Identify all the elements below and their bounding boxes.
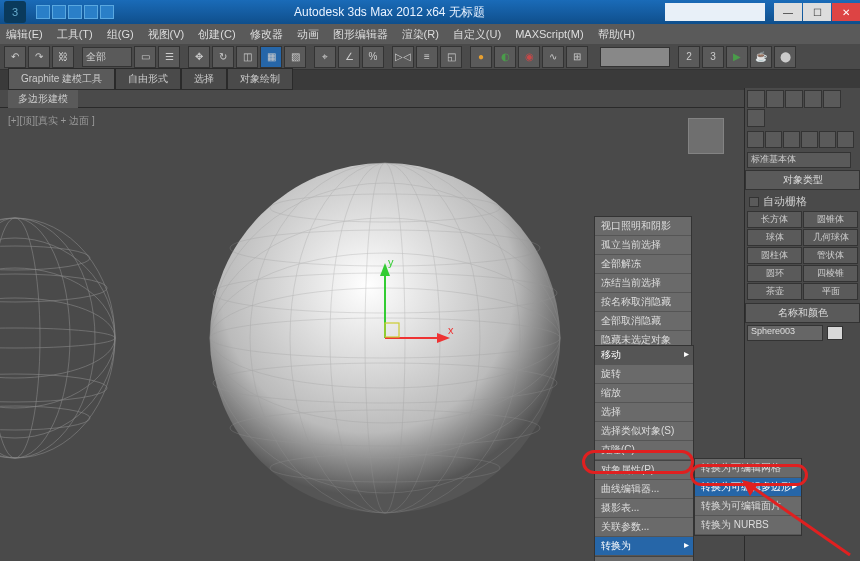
qat-btn[interactable]	[68, 5, 82, 19]
spacewarps-icon[interactable]	[837, 131, 854, 148]
menu-tools[interactable]: 工具(T)	[57, 27, 93, 42]
undo-icon[interactable]: ↶	[4, 46, 26, 68]
ctx-item[interactable]: 曲线编辑器...	[595, 480, 693, 499]
prim-cone[interactable]: 圆锥体	[803, 211, 858, 228]
display-tab-icon[interactable]	[823, 90, 841, 108]
ctx-item[interactable]: 按名称取消隐藏	[595, 293, 691, 312]
ctx-item[interactable]: 选择	[595, 403, 693, 422]
ctx-item[interactable]: VR-属性	[595, 557, 693, 561]
ctx-item[interactable]: 选择类似对象(S)	[595, 422, 693, 441]
menu-help[interactable]: 帮助(H)	[598, 27, 635, 42]
menu-maxscript[interactable]: MAXScript(M)	[515, 28, 583, 40]
menu-create[interactable]: 创建(C)	[198, 27, 235, 42]
create-tab-icon[interactable]	[747, 90, 765, 108]
menu-render[interactable]: 渲染(R)	[402, 27, 439, 42]
maximize-button[interactable]: ☐	[803, 3, 831, 21]
rollout-name-color[interactable]: 名称和颜色	[745, 303, 860, 323]
submenu-editable-patch[interactable]: 转换为可编辑面片	[695, 497, 801, 516]
menu-customize[interactable]: 自定义(U)	[453, 27, 501, 42]
command-search-input[interactable]	[600, 47, 670, 67]
rollout-object-type[interactable]: 对象类型	[745, 170, 860, 190]
prim-box[interactable]: 长方体	[747, 211, 802, 228]
submenu-editable-poly[interactable]: 转换为可编辑多边形	[695, 478, 801, 497]
snap-2d-icon[interactable]: 2	[678, 46, 700, 68]
ctx-item[interactable]: 对象属性(P)...	[595, 461, 693, 480]
object-name-input[interactable]: Sphere003	[747, 325, 823, 341]
schematic-icon[interactable]: ⊞	[566, 46, 588, 68]
render-setup-icon[interactable]: ◐	[494, 46, 516, 68]
cameras-icon[interactable]	[801, 131, 818, 148]
geometry-icon[interactable]	[747, 131, 764, 148]
curve-editor-icon[interactable]: ∿	[542, 46, 564, 68]
shapes-icon[interactable]	[765, 131, 782, 148]
ctx-item[interactable]: 冻结当前选择	[595, 274, 691, 293]
ctx-item[interactable]: 关联参数...	[595, 518, 693, 537]
qat-btn[interactable]	[52, 5, 66, 19]
prim-cylinder[interactable]: 圆柱体	[747, 247, 802, 264]
ctx-item[interactable]: 视口照明和阴影	[595, 217, 691, 236]
ctx-item[interactable]: 移动	[595, 346, 693, 365]
angle-snap-icon[interactable]: ∠	[338, 46, 360, 68]
menu-view[interactable]: 视图(V)	[148, 27, 185, 42]
ctx-item[interactable]: 全部取消隐藏	[595, 312, 691, 331]
prim-plane[interactable]: 平面	[803, 283, 858, 300]
modify-tab-icon[interactable]	[766, 90, 784, 108]
menu-animation[interactable]: 动画	[297, 27, 319, 42]
teapot-icon[interactable]: ☕	[750, 46, 772, 68]
link-icon[interactable]: ⛓	[52, 46, 74, 68]
hierarchy-tab-icon[interactable]	[785, 90, 803, 108]
menu-modifiers[interactable]: 修改器	[250, 27, 283, 42]
ctx-item[interactable]: 缩放	[595, 384, 693, 403]
close-button[interactable]: ✕	[832, 3, 860, 21]
prim-geosphere[interactable]: 几何球体	[803, 229, 858, 246]
ctx-item[interactable]: 旋转	[595, 365, 693, 384]
tab-freeform[interactable]: 自由形式	[115, 68, 181, 90]
select-name-icon[interactable]: ☰	[158, 46, 180, 68]
redo-icon[interactable]: ↷	[28, 46, 50, 68]
select-icon[interactable]: ▭	[134, 46, 156, 68]
prim-torus[interactable]: 圆环	[747, 265, 802, 282]
ctx-item-convert-to[interactable]: 转换为	[595, 537, 693, 556]
material-icon[interactable]: ●	[470, 46, 492, 68]
rotate-icon[interactable]: ↻	[212, 46, 234, 68]
help-search-input[interactable]	[665, 3, 765, 21]
ctx-item[interactable]: 摄影表...	[595, 499, 693, 518]
minimize-button[interactable]: —	[774, 3, 802, 21]
menu-graph[interactable]: 图形编辑器	[333, 27, 388, 42]
align-icon[interactable]: ≡	[416, 46, 438, 68]
ctx-item[interactable]: 全部解冻	[595, 255, 691, 274]
qat-btn[interactable]	[36, 5, 50, 19]
app-logo-icon[interactable]: 3	[4, 1, 26, 23]
mirror-icon[interactable]: ▷◁	[392, 46, 414, 68]
quick-render-icon[interactable]: ⬤	[774, 46, 796, 68]
tab-selection[interactable]: 选择	[181, 68, 227, 90]
render-prod-icon[interactable]: ▶	[726, 46, 748, 68]
qat-btn[interactable]	[84, 5, 98, 19]
lights-icon[interactable]	[783, 131, 800, 148]
prim-pyramid[interactable]: 四棱锥	[803, 265, 858, 282]
qat-btn[interactable]	[100, 5, 114, 19]
geometry-type-dropdown[interactable]: 标准基本体	[747, 152, 851, 168]
utilities-tab-icon[interactable]	[747, 109, 765, 127]
move-icon[interactable]: ✥	[188, 46, 210, 68]
ctx-item[interactable]: 孤立当前选择	[595, 236, 691, 255]
render-frame-icon[interactable]: ◉	[518, 46, 540, 68]
helpers-icon[interactable]	[819, 131, 836, 148]
tab-graphite[interactable]: Graphite 建模工具	[8, 68, 115, 90]
tab-objectpaint[interactable]: 对象绘制	[227, 68, 293, 90]
ctx-item[interactable]: 克隆(C)	[595, 441, 693, 460]
motion-tab-icon[interactable]	[804, 90, 822, 108]
select-region-icon[interactable]: ▦	[260, 46, 282, 68]
percent-snap-icon[interactable]: %	[362, 46, 384, 68]
prim-teapot[interactable]: 茶壶	[747, 283, 802, 300]
poly-modeling-panel[interactable]: 多边形建模	[8, 90, 78, 108]
object-color-swatch[interactable]	[827, 326, 843, 340]
menu-edit[interactable]: 编辑(E)	[6, 27, 43, 42]
submenu-nurbs[interactable]: 转换为 NURBS	[695, 516, 801, 535]
snap-3d-icon[interactable]: 3	[702, 46, 724, 68]
menu-group[interactable]: 组(G)	[107, 27, 134, 42]
scale-icon[interactable]: ◫	[236, 46, 258, 68]
submenu-editable-mesh[interactable]: 转换为可编辑网格	[695, 459, 801, 478]
snap-icon[interactable]: ⌖	[314, 46, 336, 68]
autogrid-checkbox[interactable]: 自动栅格	[747, 192, 858, 211]
